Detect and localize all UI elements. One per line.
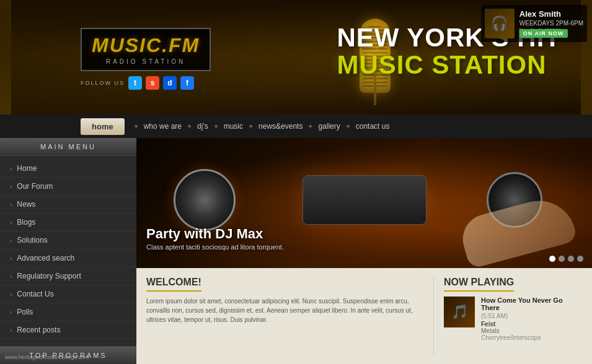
track-label: Cherrytree/Interscope xyxy=(481,334,582,341)
slider-title: Party with DJ Max xyxy=(146,226,284,242)
navigation: home ✦ who we are ✦ dj's ✦ music ✦ news&… xyxy=(0,115,592,138)
sidebar-item-label: Solutions xyxy=(17,236,47,245)
logo-area: MUSIC.FM RADIO STATION FOLLOW US t s d f xyxy=(81,28,211,90)
sidebar-item-label: Regulatory Support xyxy=(17,272,81,280)
digg-icon[interactable]: d xyxy=(163,76,177,90)
now-playing-title: NOW PLAYING xyxy=(444,277,514,292)
arrow-icon: › xyxy=(10,219,12,226)
nav-item-who-we-are[interactable]: who we are xyxy=(143,119,183,133)
main-content: MAIN MENU › Home › Our Forum › News › Bl… xyxy=(0,138,592,364)
sidebar-item-label: Recent posts xyxy=(17,326,60,334)
header: MUSIC.FM RADIO STATION FOLLOW US t s d f… xyxy=(0,0,592,115)
facebook-icon[interactable]: f xyxy=(180,76,194,90)
sidebar-item-regulatory-support[interactable]: › Regulatory Support xyxy=(0,267,136,285)
arrow-icon: › xyxy=(10,255,12,262)
nav-item-contact-us[interactable]: contact us xyxy=(355,119,391,133)
sidebar-item-label: News xyxy=(17,200,35,209)
slider-dot-3[interactable] xyxy=(568,256,574,262)
slider-dot-4[interactable] xyxy=(577,256,583,262)
sidebar: MAIN MENU › Home › Our Forum › News › Bl… xyxy=(0,138,136,364)
arrow-icon: › xyxy=(10,327,12,334)
slider-dot-1[interactable] xyxy=(549,256,555,262)
welcome-body: Lorem ipsum dolor sit amet, consectetuar… xyxy=(146,297,423,324)
nav-item-gallery[interactable]: gallery xyxy=(317,119,341,133)
hero-slider: Party with DJ Max Class aptent taciti so… xyxy=(136,138,592,268)
sidebar-item-recent-posts[interactable]: › Recent posts xyxy=(0,321,136,339)
welcome-title: WELCOME! xyxy=(146,277,201,292)
sidebar-item-news[interactable]: › News xyxy=(0,196,136,214)
arrow-icon: › xyxy=(10,309,12,316)
nav-sep-0: ✦ xyxy=(133,123,139,131)
track-info: How Come You Never Go There (5:51 AM) Fe… xyxy=(481,297,582,341)
hero-line2: MUSIC STATION xyxy=(337,51,561,79)
nav-sep-2: ✦ xyxy=(213,123,219,131)
sidebar-item-blogs[interactable]: › Blogs xyxy=(0,214,136,232)
nav-item-music[interactable]: music xyxy=(223,119,244,133)
sidebar-item-label: Home xyxy=(17,164,37,173)
now-playing-section: NOW PLAYING 🎵 How Come You Never Go Ther… xyxy=(433,277,582,355)
arrow-icon: › xyxy=(10,291,12,298)
dj-card: 🎧 Alex Smith WEEKDAYS 2PM-6PM ON AIR NOW xyxy=(481,5,587,42)
on-air-badge: ON AIR NOW xyxy=(519,29,568,38)
nav-sep-3: ✦ xyxy=(248,123,254,131)
right-content: Party with DJ Max Class aptent taciti so… xyxy=(136,138,592,364)
nav-sep-1: ✦ xyxy=(187,123,192,131)
stripe-left xyxy=(0,0,11,115)
deck-left xyxy=(174,169,236,231)
nav-sep-4: ✦ xyxy=(307,123,313,131)
track-album: Metals xyxy=(481,327,582,334)
dj-schedule: WEEKDAYS 2PM-6PM xyxy=(519,20,583,27)
now-playing-item: 🎵 How Come You Never Go There (5:51 AM) … xyxy=(444,297,582,341)
track-title: How Come You Never Go There xyxy=(481,297,582,311)
follow-label: FOLLOW US xyxy=(81,80,125,86)
dj-avatar: 🎧 xyxy=(485,9,515,38)
sidebar-item-contact-us[interactable]: › Contact Us xyxy=(0,285,136,303)
stumbleupon-icon[interactable]: s xyxy=(146,76,159,90)
dj-info: Alex Smith WEEKDAYS 2PM-6PM ON AIR NOW xyxy=(519,9,583,38)
sidebar-menu-title: MAIN MENU xyxy=(0,138,136,156)
arrow-icon: › xyxy=(10,273,12,280)
nav-sep-5: ✦ xyxy=(345,123,351,131)
arrow-icon: › xyxy=(10,237,12,244)
slider-dot-2[interactable] xyxy=(559,256,565,262)
sidebar-item-advanced-search[interactable]: › Advanced search xyxy=(0,249,136,267)
sidebar-item-label: Our Forum xyxy=(17,182,53,191)
arrow-icon: › xyxy=(10,201,12,208)
slider-text: Party with DJ Max Class aptent taciti so… xyxy=(146,226,284,251)
sidebar-item-solutions[interactable]: › Solutions xyxy=(0,232,136,249)
site-name: MUSIC.FM xyxy=(92,34,200,57)
watermark: www.heritagechristiancollege.com xyxy=(5,354,89,360)
dj-name: Alex Smith xyxy=(519,9,583,19)
nav-home[interactable]: home xyxy=(81,118,125,135)
sidebar-item-label: Advanced search xyxy=(17,254,74,262)
mixer-body xyxy=(303,175,426,225)
sidebar-item-label: Blogs xyxy=(17,218,35,227)
slider-subtitle: Class aptent taciti sociosqu ad litora t… xyxy=(146,243,284,251)
track-artist: Feist xyxy=(481,321,582,327)
nav-item-news-events[interactable]: news&events xyxy=(257,119,304,133)
track-time: (5:51 AM) xyxy=(481,313,582,319)
welcome-section: WELCOME! Lorem ipsum dolor sit amet, con… xyxy=(146,277,433,355)
lower-content: WELCOME! Lorem ipsum dolor sit amet, con… xyxy=(136,268,592,364)
twitter-icon[interactable]: t xyxy=(128,76,142,90)
sidebar-item-forum[interactable]: › Our Forum xyxy=(0,178,136,196)
arrow-icon: › xyxy=(10,183,12,190)
album-art: 🎵 xyxy=(444,297,475,327)
site-sub: RADIO STATION xyxy=(92,58,200,65)
sidebar-item-label: Contact Us xyxy=(17,290,53,298)
slider-dots xyxy=(549,256,583,262)
nav-item-djs[interactable]: dj's xyxy=(196,119,210,133)
sidebar-item-label: Polls xyxy=(17,308,33,316)
logo-box: MUSIC.FM RADIO STATION xyxy=(81,28,211,71)
sidebar-item-home[interactable]: › Home xyxy=(0,160,136,178)
sidebar-item-polls[interactable]: › Polls xyxy=(0,303,136,321)
follow-area: FOLLOW US t s d f xyxy=(81,76,211,90)
sidebar-menu-list: › Home › Our Forum › News › Blogs › Solu… xyxy=(0,156,136,346)
arrow-icon: › xyxy=(10,165,12,172)
